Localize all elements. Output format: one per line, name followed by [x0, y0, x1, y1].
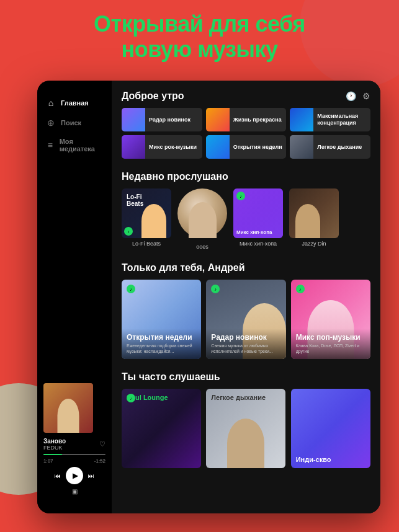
quick-label-discovery: Открытия недели	[230, 144, 286, 151]
ooes-img	[177, 188, 227, 238]
time-current: 1:07	[43, 458, 53, 464]
next-button[interactable]: ⏭	[88, 472, 94, 479]
quick-item-discovery[interactable]: Открытия недели	[206, 135, 287, 159]
library-icon: ≡	[46, 140, 55, 150]
jazzy-img	[289, 188, 339, 238]
quick-item-radar[interactable]: Радар новинок	[122, 108, 202, 131]
sidebar-search-label: Поиск	[61, 119, 81, 126]
radar-title: Радар новинок	[211, 334, 280, 342]
quick-item-life[interactable]: Жизнь прекрасна	[206, 108, 287, 131]
quick-label-rockmix: Микс рок-музыки	[145, 144, 200, 151]
tablet-frame: ⌂ Главная ⊕ Поиск ≡ Моя медиатека Заново…	[37, 81, 380, 513]
pop-title: Микс поп-музыки	[296, 334, 365, 342]
home-icon: ⌂	[46, 98, 56, 108]
recently-ooes[interactable]: ooes	[177, 188, 227, 250]
discovery-title: Открытия недели	[127, 334, 196, 342]
player-title: Заново	[43, 438, 66, 445]
spotify-badge-radar: ♪	[211, 285, 220, 293]
often-header: Ты часто слушаешь	[122, 371, 370, 383]
hiphop-name: Микс хип-хопа	[233, 241, 283, 247]
player-controls: ⏮ ▶ ⏭	[43, 467, 105, 484]
quick-thumb-maxconc	[290, 108, 313, 131]
time-total: -1:52	[94, 458, 105, 464]
recently-lofi[interactable]: Lo-FiBeats ♪ Lo-Fi Beats	[122, 188, 171, 250]
ooes-figure	[189, 202, 217, 238]
header-text: Открывай для себя новую музыку	[0, 11, 399, 63]
sidebar: ⌂ Главная ⊕ Поиск ≡ Моя медиатека Заново…	[37, 81, 112, 513]
main-content: Доброе утро 🕐 ⚙ Радар новинок Жизнь прек…	[112, 81, 380, 513]
jazzy-card-wrap	[289, 188, 339, 238]
quick-thumb-discovery	[206, 135, 230, 159]
often-breathe[interactable]: Легкое дыхание	[206, 389, 285, 468]
lofi-card-wrap: Lo-FiBeats ♪	[122, 188, 171, 238]
pop-overlay: Микс поп-музыки Клава Кока, Dose, ЛСП, Z…	[291, 329, 370, 359]
quick-label-radar: Радар новинок	[145, 117, 194, 123]
sidebar-item-library[interactable]: ≡ Моя медиатека	[37, 133, 112, 157]
quick-label-life: Жизнь прекрасна	[230, 117, 285, 123]
hiphop-label: Микс хип-хопа	[236, 229, 280, 235]
quick-item-breathe[interactable]: Легкое дыхание	[290, 135, 370, 159]
recently-title: Недавно прослушано	[122, 171, 228, 182]
heart-icon[interactable]: ♡	[99, 440, 105, 448]
pop-desc: Клава Кока, Dose, ЛСП, Zivert и другие	[296, 343, 365, 354]
lofi-figure	[141, 204, 166, 238]
prev-button[interactable]: ⏮	[55, 472, 61, 479]
ooes-name: ooes	[177, 244, 227, 250]
breathe-label: Легкое дыхание	[211, 394, 266, 401]
lofi-name: Lo-Fi Beats	[122, 241, 171, 247]
quick-grid: Радар новинок Жизнь прекрасна Максимальн…	[122, 108, 370, 159]
often-indie[interactable]: Инди-скво	[291, 389, 370, 468]
play-button[interactable]: ▶	[66, 467, 83, 484]
often-title: Ты часто слушаешь	[122, 371, 220, 383]
sidebar-home-label: Главная	[61, 99, 89, 107]
play-icon: ▶	[73, 471, 78, 480]
sidebar-library-label: Моя медиатека	[60, 138, 103, 153]
ooes-card-wrap	[177, 188, 227, 241]
foryou-grid: ♪ Открытия недели Еженедельная подборка …	[122, 280, 370, 359]
spotify-badge-hiphop: ♪	[236, 192, 245, 200]
recently-hiphop[interactable]: Микс хип-хопа ♪ Микс хип-хопа	[233, 188, 283, 250]
history-icon[interactable]: 🕐	[346, 91, 356, 101]
foryou-discovery[interactable]: ♪ Открытия недели Еженедельная подборка …	[122, 280, 201, 359]
header-line2: новую музыку	[121, 37, 277, 62]
foryou-radar-img: ♪ Радар новинок Свежая музыка от любимых…	[206, 280, 285, 359]
foryou-header: Только для тебя, Андрей	[122, 262, 370, 273]
spotify-badge-discovery: ♪	[127, 285, 135, 293]
quick-thumb-breathe	[290, 135, 313, 159]
foryou-radar[interactable]: ♪ Радар новинок Свежая музыка от любимых…	[206, 280, 285, 359]
soul-label: Soul Lounge	[127, 394, 168, 401]
header-icons: 🕐 ⚙	[346, 91, 370, 101]
quick-item-maxconc[interactable]: Максимальная концентрация	[290, 108, 370, 131]
hiphop-card-wrap: Микс хип-хопа ♪	[233, 188, 283, 238]
radar-desc: Свежая музыка от любимых исполнителей и …	[211, 343, 280, 354]
time-row: 1:07 -1:52	[43, 458, 105, 464]
foryou-pop[interactable]: ♪ Микс поп-музыки Клава Кока, Dose, ЛСП,…	[291, 280, 370, 359]
player-artist: FEDUK	[43, 445, 66, 451]
quick-item-rockmix[interactable]: Микс рок-музыки	[122, 135, 202, 159]
foryou-discovery-img: ♪ Открытия недели Еженедельная подборка …	[122, 280, 201, 359]
player-art-figure	[58, 399, 79, 433]
lofi-card-text: Lo-FiBeats	[127, 193, 143, 207]
settings-icon[interactable]: ⚙	[362, 91, 370, 101]
sidebar-item-home[interactable]: ⌂ Главная	[37, 93, 112, 113]
discovery-desc: Еженедельная подборка свежей музыки: нас…	[127, 343, 196, 354]
device-icon[interactable]: ▣	[43, 488, 105, 495]
jazzy-name: Jazzy Din	[289, 241, 339, 247]
recently-header: Недавно прослушано	[122, 171, 370, 182]
hiphop-img: Микс хип-хопа ♪	[233, 188, 283, 238]
discovery-overlay: Открытия недели Еженедельная подборка св…	[122, 329, 201, 359]
sidebar-item-search[interactable]: ⊕ Поиск	[37, 113, 112, 133]
quick-label-maxconc: Максимальная концентрация	[313, 113, 370, 126]
jazzy-figure	[295, 204, 320, 238]
player-album-art	[43, 383, 93, 433]
often-grid: ♪ Soul Lounge Легкое дыхание Инди-скво	[122, 389, 370, 468]
greeting-header: Доброе утро 🕐 ⚙	[122, 91, 370, 102]
often-soul[interactable]: ♪ Soul Lounge	[122, 389, 201, 468]
header-line1: Открывай для себя	[94, 11, 305, 37]
greeting-title: Доброе утро	[122, 91, 184, 102]
player: Заново FEDUK ♡ 1:07 -1:52 ⏮ ▶ ⏭ ▣	[37, 377, 112, 501]
foryou-title: Только для тебя, Андрей	[122, 262, 245, 273]
recently-jazzy[interactable]: Jazzy Din	[289, 188, 339, 250]
progress-bar[interactable]	[43, 454, 105, 455]
spotify-badge-pop: ♪	[296, 285, 305, 293]
